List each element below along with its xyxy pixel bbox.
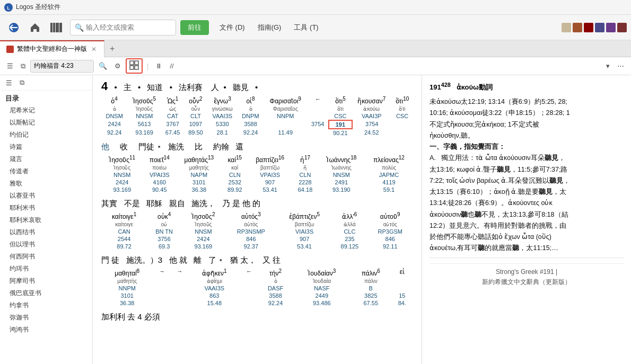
greek-word-display: ἀκούω: [457, 83, 479, 91]
gsub-7: Φαρισαῖος: [264, 105, 307, 112]
back-button[interactable]: [4, 18, 23, 37]
sidebar-item-songofsolomon[interactable]: 雅歌: [0, 177, 92, 190]
sidebar-item-daniel[interactable]: 但以理书: [0, 238, 92, 251]
dn-3: 67.45: [161, 129, 184, 137]
word-ta: 他: [101, 142, 109, 151]
sidebar-item-jonah[interactable]: 约拿书: [0, 299, 92, 312]
swatch-6[interactable]: [617, 23, 627, 32]
toolbar2-pause-btn[interactable]: ⏸: [153, 61, 165, 71]
word-ren: 人: [211, 83, 219, 92]
swatch-3[interactable]: [584, 23, 593, 32]
location-input[interactable]: 约翰福音 4:23: [30, 60, 94, 73]
toolbar2-sync-btn[interactable]: [126, 58, 143, 74]
sidebar-item-amos[interactable]: 阿摩司书: [0, 275, 92, 287]
verse-number-4: 4: [101, 79, 108, 93]
dot-2: •: [138, 83, 141, 92]
toolbar2-separator-btn[interactable]: //: [167, 61, 176, 71]
home-button[interactable]: [25, 18, 45, 37]
greek-sub-row-3: καίτοιγε οὐ Ἰησοῦς αὐτός βαπτίζω ἀλλά αὐ…: [101, 221, 413, 228]
sidebar-toolbar: ☰ ⧉: [0, 75, 92, 91]
search-input[interactable]: [86, 23, 171, 31]
verse-chinese-4: 門 徒 施洗。）3 他 就 離 了 • 猶 太， 又 往: [101, 255, 413, 265]
word-zhu: 主: [124, 83, 132, 92]
sidebar-menu-btn[interactable]: ☰: [3, 78, 15, 88]
strongs-row-3: 2544 3756 2424 846 907 235 846: [101, 235, 413, 243]
dot-5: •: [255, 83, 258, 92]
toolbar2-more-btn[interactable]: ⋯: [615, 61, 627, 71]
tab-icon: [6, 46, 14, 53]
toolbar2-settings-btn[interactable]: ⚙: [112, 61, 124, 71]
word-falise: 法利賽: [179, 83, 203, 92]
strong-number: 191: [430, 83, 441, 91]
dot-4: •: [223, 83, 226, 92]
swatch-4[interactable]: [595, 23, 604, 32]
verse-block-4: 門 徒 施洗。）3 他 就 離 了 • 猶 太， 又 往 μαθηταί8 → …: [101, 255, 413, 307]
sidebar-item-nehemiah[interactable]: 尼希米记: [0, 104, 92, 117]
svg-text:L: L: [7, 5, 10, 11]
greek-sup-5: ἔγνω3: [207, 95, 238, 105]
search-box[interactable]: 🔍: [70, 20, 176, 35]
add-tab-button[interactable]: +: [104, 42, 120, 56]
swatch-5[interactable]: [606, 23, 616, 32]
sidebar-item-psalms[interactable]: 诗篇: [0, 141, 92, 153]
menu-file[interactable]: 文件 (D): [215, 21, 249, 34]
sidebar-item-lamentations[interactable]: 耶利米哀歌: [0, 214, 92, 226]
toolbar2-copy-btn[interactable]: ⧉: [18, 61, 28, 72]
sidebar-item-joel[interactable]: 约珥书: [0, 263, 92, 275]
tab-bar: 繁體中文聖經和合一神版 ✕ +: [0, 40, 631, 57]
app-icon: L: [4, 3, 13, 12]
sidebar-item-nahum[interactable]: 鸿鸿书: [0, 324, 92, 336]
menu-guide[interactable]: 指南(G): [253, 21, 286, 34]
sidebar-item-isaiah[interactable]: 以赛亚书: [0, 190, 92, 202]
analysis-table-3: καίτοιγε1 οὐκ4 Ἰησοῦς2 αὐτός3 ἐβάπτιζεν5…: [101, 211, 413, 250]
dn-6: 92.24: [238, 129, 264, 137]
sn-blank-1: [264, 120, 307, 129]
verse-block-1: 4 • 主 • 知道 • 法利賽 人 • 聽見 • ὁ4 Ἰησοῦς5: [101, 79, 413, 137]
goto-button[interactable]: 前往: [180, 20, 209, 35]
sidebar-item-micah[interactable]: 弥迦书: [0, 312, 92, 324]
tab-close-button[interactable]: ✕: [90, 46, 98, 53]
sidebar-item-jeremiah[interactable]: 耶利米书: [0, 202, 92, 214]
sn-2: 5613: [127, 120, 161, 129]
right-panel-header: 191428 ἀκούω動詞: [430, 81, 624, 93]
toolbar2-menu-btn[interactable]: ☰: [4, 61, 16, 71]
sn-1: 2424: [101, 120, 127, 129]
footer-line1: Strong's Greek #191 |: [430, 267, 624, 277]
sidebar-item-job[interactable]: 约伯记: [0, 129, 92, 141]
toolbar2-search-icon[interactable]: 🔍: [96, 61, 110, 71]
sidebar-item-ecclesiastes[interactable]: 传道者: [0, 165, 92, 177]
sn-8: 3754: [352, 120, 391, 129]
sidebar-item-proverbs[interactable]: 箴言: [0, 153, 92, 165]
sidebar-item-obadiah[interactable]: 俄巴底亚书: [0, 287, 92, 299]
greek-row-2: Ἰησοῦς11 ποιεῖ14 μαθητάς13 καί15 βαπτίζε…: [101, 154, 413, 164]
word-zhidao: 知道: [147, 83, 163, 92]
sn-5: 5330: [207, 120, 238, 129]
library-button[interactable]: [47, 18, 66, 37]
footer-line2: 新約希臘文中文辭典（更新版）: [430, 277, 624, 287]
menu-tools[interactable]: 工具 (T): [290, 21, 322, 34]
greek-sup-2: Ἰησοῦς5: [127, 95, 161, 105]
gsub-3: ὡς: [161, 105, 184, 112]
right-panel: 191428 ἀκούω動詞 未ἀκούσω太12:19; 13:14（賽6:9…: [422, 75, 631, 364]
sidebar-item-esther[interactable]: 以斯帖记: [0, 117, 92, 129]
svg-rect-8: [135, 61, 138, 65]
verse-block-3: 其實 不是 耶穌 親自 施洗， 乃 是 他 的 καίτοιγε1 οὐκ4 Ἰ…: [101, 199, 413, 250]
word-shix: 施洗: [168, 142, 184, 151]
dot-1: •: [114, 83, 117, 92]
analysis-table-4: μαθηταί8 → → ἀφῆκεν1 ← τήν2 Ἰουδαίαν3 πά…: [101, 268, 413, 307]
toolbar2-dropdown-btn[interactable]: ▾: [603, 61, 612, 71]
swatch-1[interactable]: [562, 23, 571, 32]
verse-chinese-1: 4 • 主 • 知道 • 法利賽 人 • 聽見 •: [101, 79, 413, 93]
analysis-table-1: ὁ4 Ἰησοῦς5 Ὡς1 οὖν2 ἔγνω3 οἱ8 Φαρισαῖοι9…: [101, 95, 413, 137]
tab-label: 繁體中文聖經和合一神版: [17, 45, 87, 54]
gc-1: DNSM: [101, 112, 127, 120]
greek-sub-row-4: μαθητής ἀφίημι ὁ Ἰουδαία πάλιν: [101, 278, 413, 285]
sn-191-highlighted[interactable]: 191: [329, 120, 352, 129]
strongs-row-1: 2424 5613 3767 1097 5330 3588 3754 191 3…: [101, 120, 413, 129]
active-tab[interactable]: 繁體中文聖經和合一神版 ✕: [0, 40, 104, 57]
greek-sup-9: ἤκουσαν7: [352, 95, 391, 105]
sidebar-copy-btn[interactable]: ⧉: [17, 77, 27, 88]
swatch-2[interactable]: [573, 23, 582, 32]
sidebar-item-hosea[interactable]: 何西阿书: [0, 251, 92, 263]
sidebar-item-ezekiel[interactable]: 以西结书: [0, 226, 92, 238]
